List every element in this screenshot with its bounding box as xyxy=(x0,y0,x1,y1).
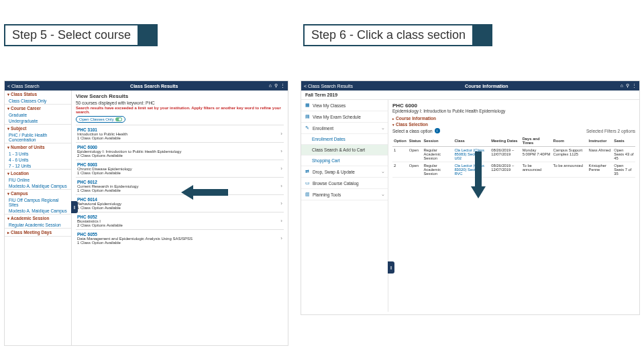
step6-nav: ▦View My Classes ▤View My Exam Schedule … xyxy=(301,100,388,312)
course-avail: 1 Class Option Available xyxy=(77,206,280,210)
cell-instructor: Kristopher Penne xyxy=(588,162,613,178)
filter-item[interactable]: 4 - 6 Units xyxy=(5,157,71,163)
calendar-icon: ▦ xyxy=(304,102,311,109)
filter-item[interactable]: FIU Online xyxy=(5,177,71,183)
step5-topbar: < Class Search Class Search Results ⌂ ⚲ … xyxy=(5,81,288,90)
filter-item[interactable]: Undergraduate xyxy=(5,118,71,124)
col-header: Seats xyxy=(612,135,635,147)
nav-view-exam[interactable]: ▤View My Exam Schedule xyxy=(301,111,388,123)
cell-seats: Open Seats 7 of 35 xyxy=(612,162,635,178)
filter-item[interactable]: Graduate xyxy=(5,112,71,118)
course-list: PHC 3101Introduction to Public Health1 C… xyxy=(76,125,284,247)
filter-sidebar: Class Status Class Classes Only Course C… xyxy=(5,90,72,345)
step6-topbar: < Class Search Results Course Informatio… xyxy=(301,81,639,90)
open-only-toggle[interactable]: Open Classes Only xyxy=(76,116,125,123)
section-row[interactable]: 1OpenRegular Academic SessionCla Lectur … xyxy=(392,147,635,162)
enroll-icon: ✎ xyxy=(304,125,311,131)
select-prompt: Select a class option xyxy=(392,129,433,133)
nav-search-add[interactable]: Class Search & Add to Cart xyxy=(301,145,388,156)
home-icon[interactable]: ⌂ xyxy=(269,83,272,88)
step5-accent xyxy=(138,24,158,46)
course-title: Epidemiology I: Introduction to Public H… xyxy=(392,109,635,113)
results-count: 50 courses displayed with keyword: PHC xyxy=(76,101,284,105)
col-header: Instructor xyxy=(588,135,613,147)
course-row[interactable]: PHC 3101Introduction to Public Health1 C… xyxy=(76,125,284,142)
step6-panel: < Class Search Results Course Informatio… xyxy=(301,80,640,315)
info-icon[interactable]: i xyxy=(435,128,440,133)
schedule-icon: ▤ xyxy=(304,113,311,120)
term-label: Fall Term 2019 xyxy=(301,90,639,100)
topbar-title: Course Information xyxy=(353,84,621,88)
results-warning: Search results have exceeded a limit set… xyxy=(76,106,284,114)
col-header: Status xyxy=(408,135,423,147)
course-row[interactable]: PHC 6055Data Management and Epidemiologi… xyxy=(76,229,284,247)
filter-item[interactable]: Modesto A. Maidique Campus xyxy=(5,208,71,214)
course-avail: 1 Class Option Available xyxy=(77,171,280,175)
course-avail: 2 Class Options Available xyxy=(77,223,280,227)
toggle-label: Open Classes Only xyxy=(79,117,114,121)
filter-item[interactable]: PHC / Public Health Concentration xyxy=(5,132,71,143)
filter-location[interactable]: Location xyxy=(5,170,71,177)
filter-campus[interactable]: Campus xyxy=(5,190,71,197)
cell-times: Monday 5:00PM 7:40PM xyxy=(521,147,552,162)
cell-times: To be announced xyxy=(521,162,552,178)
nav-view-classes[interactable]: ▦View My Classes xyxy=(301,100,388,111)
chevron-right-icon: › xyxy=(280,148,282,154)
course-row[interactable]: PHC 6003Chronic Disease Epidemiology1 Cl… xyxy=(76,160,284,177)
search-icon[interactable]: ⚲ xyxy=(626,83,629,88)
nav-cart[interactable]: Shopping Cart xyxy=(301,156,388,166)
step6-accent xyxy=(472,24,492,46)
filter-item[interactable]: Regular Academic Session xyxy=(5,222,71,228)
course-row[interactable]: PHC 6014Behavioral Epidemiology1 Class O… xyxy=(76,194,284,212)
chevron-right-icon: › xyxy=(280,200,282,206)
step5-main: View Search Results 50 courses displayed… xyxy=(72,90,288,345)
back-link[interactable]: < Class Search xyxy=(7,84,40,88)
filter-course-career[interactable]: Course Career xyxy=(5,105,71,112)
nav-browse[interactable]: ▭Browse Course Catalog xyxy=(301,178,388,189)
nav-drop-swap[interactable]: ⇄Drop, Swap & Update xyxy=(301,166,388,178)
cell-option: 1 xyxy=(392,147,408,162)
cell-room: Campus Support Complex 1125 xyxy=(552,147,588,162)
nav-enroll-dates[interactable]: Enrollment Dates xyxy=(301,134,388,145)
topbar-icons: ⌂ ⚲ ⋮ xyxy=(269,83,285,88)
filter-class-status[interactable]: Class Status xyxy=(5,90,71,98)
col-header: Room xyxy=(552,135,588,147)
class-selection-head[interactable]: Class Selection xyxy=(392,122,635,127)
menu-icon[interactable]: ⋮ xyxy=(632,83,637,88)
course-code: PHC 6012 xyxy=(77,180,280,184)
course-info-head[interactable]: Course Information xyxy=(392,116,635,121)
filter-item[interactable]: FIU Off Campus Regional Sites xyxy=(5,197,71,208)
course-code: PHC 3101 xyxy=(77,127,280,132)
cell-dates: 08/26/2019 – 12/07/2019 xyxy=(490,162,521,178)
filter-item[interactable]: Class Classes Only xyxy=(5,98,71,104)
nav-planning[interactable]: ▥Planning Tools xyxy=(301,189,388,200)
sidebar-collapse-handle[interactable]: || xyxy=(71,201,78,213)
course-row[interactable]: PHC 6012Current Research in Epidemiology… xyxy=(76,177,284,194)
course-row[interactable]: PHC 6052Biostatistics I2 Class Options A… xyxy=(76,212,284,229)
search-icon[interactable]: ⚲ xyxy=(274,83,278,88)
section-row[interactable]: 2OpenRegular Academic SessionCla Lectur … xyxy=(392,162,635,178)
cell-session: Regular Academic Session xyxy=(422,147,453,162)
filter-item[interactable]: 7 - 12 Units xyxy=(5,163,71,169)
swap-icon: ⇄ xyxy=(304,168,311,175)
filter-days[interactable]: Class Meeting Days xyxy=(5,229,71,236)
svg-marker-1 xyxy=(471,152,486,198)
course-row[interactable]: PHC 6000Epidemiology I: Introduction to … xyxy=(76,142,284,160)
nav-enrollment[interactable]: ✎Enrollment xyxy=(301,123,388,134)
filter-item[interactable]: Modesto A. Maidique Campus xyxy=(5,183,71,189)
sidebar-collapse-handle[interactable]: || xyxy=(388,261,394,274)
col-header: Meeting Dates xyxy=(490,135,521,147)
filter-session[interactable]: Academic Session xyxy=(5,215,71,222)
home-icon[interactable]: ⌂ xyxy=(621,83,623,88)
back-link[interactable]: < Class Search Results xyxy=(304,84,353,88)
col-header: Days and Times xyxy=(521,135,552,147)
col-header: Class xyxy=(453,135,490,147)
arrow-down-icon xyxy=(471,152,486,198)
cell-instructor: Nass Ahmed xyxy=(588,147,613,162)
menu-icon[interactable]: ⋮ xyxy=(280,83,285,88)
planning-icon: ▥ xyxy=(304,191,311,198)
filter-item[interactable]: 1 - 3 Units xyxy=(5,151,71,157)
filter-units[interactable]: Number of Units xyxy=(5,143,71,151)
course-code: PHC 6000 xyxy=(77,145,280,149)
filter-subject[interactable]: Subject xyxy=(5,125,71,132)
